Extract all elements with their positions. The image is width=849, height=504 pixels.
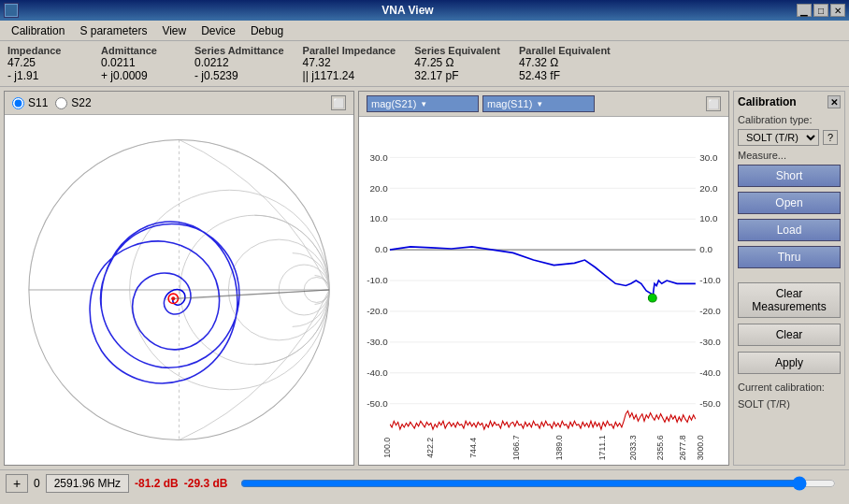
smith-header: S11 S22 ⬜ <box>5 92 353 115</box>
svg-rect-15 <box>359 132 728 450</box>
main-content: S11 S22 ⬜ <box>0 87 849 469</box>
svg-text:-30.0: -30.0 <box>367 337 388 347</box>
ser-eq-val1: 47.25 Ω <box>414 56 500 69</box>
ser-eq-label: Series Equivalent <box>414 45 500 56</box>
svg-text:2033.3: 2033.3 <box>628 435 638 460</box>
impedance-val1: 47.25 <box>7 56 82 69</box>
s-param-radio-group: S11 S22 <box>12 96 92 109</box>
admittance-val1: 0.0211 <box>101 56 176 69</box>
cal-title: Calibration <box>738 95 797 108</box>
impedance-val2: - j1.91 <box>7 69 82 82</box>
info-admittance: Admittance 0.0211 + j0.0009 <box>101 45 176 82</box>
cal-thru-button[interactable]: Thru <box>738 246 841 268</box>
menu-debug[interactable]: Debug <box>243 22 291 39</box>
add-button[interactable]: + <box>6 474 28 493</box>
graph-expand-button[interactable]: ⬜ <box>706 96 721 111</box>
series-adm-label: Series Admittance <box>194 45 284 56</box>
svg-text:-30.0: -30.0 <box>699 337 721 347</box>
menu-sparameters[interactable]: S parameters <box>72 22 154 39</box>
svg-text:10.0: 10.0 <box>370 213 389 223</box>
svg-text:-50.0: -50.0 <box>367 398 388 409</box>
par-eq-val1: 47.32 Ω <box>519 56 611 69</box>
cal-short-button[interactable]: Short <box>738 165 841 187</box>
cal-measure-label: Measure... <box>738 150 841 161</box>
admittance-val2: + j0.0009 <box>101 69 176 82</box>
svg-text:-20.0: -20.0 <box>367 306 388 316</box>
impedance-label: Impedance <box>7 45 82 56</box>
minimize-button[interactable]: ▁ <box>797 4 812 17</box>
frequency-button[interactable]: 2591.96 MHz <box>46 474 129 493</box>
cal-type-dropdown[interactable]: SOLT (T/R) <box>738 129 819 146</box>
info-impedance: Impedance 47.25 - j1.91 <box>7 45 82 82</box>
svg-text:30.0: 30.0 <box>699 152 718 163</box>
ser-eq-val2: 32.17 pF <box>414 69 500 82</box>
smith-expand-button[interactable]: ⬜ <box>331 95 346 110</box>
s11-radio-label[interactable]: S11 <box>12 96 48 109</box>
val2-display: -29.3 dB <box>184 477 228 490</box>
svg-text:20.0: 20.0 <box>699 183 718 194</box>
s21-dropdown[interactable]: mag(S21) ▼ <box>367 95 479 112</box>
s11-dropdown-arrow: ▼ <box>536 100 543 108</box>
graph-area: 30.0 20.0 10.0 0.0 -10.0 -20.0 -30.0 -40… <box>359 117 728 465</box>
svg-text:1711.1: 1711.1 <box>597 435 607 460</box>
menu-calibration[interactable]: Calibration <box>4 22 72 39</box>
svg-point-44 <box>648 294 656 302</box>
app-icon <box>4 3 19 18</box>
smith-chart-area <box>5 115 353 465</box>
graph-panel: mag(S21) ▼ mag(S11) ▼ ⬜ 30.0 20.0 10.0 0… <box>358 91 729 466</box>
clear-button[interactable]: Clear <box>738 324 841 346</box>
svg-text:-20.0: -20.0 <box>699 306 721 316</box>
maximize-button[interactable]: □ <box>813 4 828 17</box>
cal-close-button[interactable]: ✕ <box>827 95 841 108</box>
graph-svg: 30.0 20.0 10.0 0.0 -10.0 -20.0 -30.0 -40… <box>359 117 728 465</box>
s22-label: S22 <box>71 96 91 109</box>
menu-bar: Calibration S parameters View Device Deb… <box>0 21 849 41</box>
s11-radio[interactable] <box>12 97 24 109</box>
info-series-equiv: Series Equivalent 47.25 Ω 32.17 pF <box>414 45 500 82</box>
svg-text:100.0: 100.0 <box>382 438 392 458</box>
current-cal-label: Current calibration: <box>738 382 841 393</box>
svg-text:-40.0: -40.0 <box>367 367 388 378</box>
graph-header: mag(S21) ▼ mag(S11) ▼ ⬜ <box>359 92 728 117</box>
s21-dropdown-label: mag(S21) <box>371 98 416 109</box>
s22-radio-label[interactable]: S22 <box>55 96 91 109</box>
apply-button[interactable]: Apply <box>738 352 841 374</box>
series-adm-val2: - j0.5239 <box>194 69 284 82</box>
s11-dropdown[interactable]: mag(S11) ▼ <box>482 95 595 112</box>
info-bar: Impedance 47.25 - j1.91 Admittance 0.021… <box>0 41 849 87</box>
svg-text:0.0: 0.0 <box>375 244 388 254</box>
close-button[interactable]: ✕ <box>830 4 845 17</box>
current-cal-value: SOLT (T/R) <box>738 398 841 410</box>
svg-rect-0 <box>6 5 17 16</box>
status-bar: + 0 2591.96 MHz -81.2 dB -29.3 dB <box>0 469 849 496</box>
svg-text:10.0: 10.0 <box>699 213 718 223</box>
title-bar-left <box>4 3 19 18</box>
cal-help-button[interactable]: ? <box>823 130 838 145</box>
svg-text:-10.0: -10.0 <box>699 275 721 285</box>
s22-radio[interactable] <box>55 97 67 109</box>
svg-text:422.2: 422.2 <box>425 438 435 458</box>
status-zero: 0 <box>34 477 40 490</box>
svg-text:-10.0: -10.0 <box>367 275 388 285</box>
admittance-label: Admittance <box>101 45 176 56</box>
par-eq-val2: 52.43 fF <box>519 69 611 82</box>
menu-device[interactable]: Device <box>194 22 243 39</box>
s11-dropdown-label: mag(S11) <box>487 98 532 109</box>
svg-text:744.4: 744.4 <box>468 438 478 458</box>
par-eq-label: Parallel Equivalent <box>519 45 611 56</box>
info-parallel-equiv: Parallel Equivalent 47.32 Ω 52.43 fF <box>519 45 611 82</box>
smith-chart-svg <box>5 115 353 465</box>
svg-text:-50.0: -50.0 <box>699 398 721 409</box>
clear-measurements-button[interactable]: Clear Measurements <box>738 282 841 318</box>
svg-text:2677.8: 2677.8 <box>678 435 687 460</box>
status-slider-container <box>240 476 836 491</box>
svg-text:30.0: 30.0 <box>370 152 389 163</box>
calibration-panel: Calibration ✕ Calibration type: SOLT (T/… <box>733 91 845 466</box>
cal-type-label: Calibration type: <box>738 114 841 125</box>
frequency-slider[interactable] <box>240 476 836 491</box>
window-controls: ▁ □ ✕ <box>797 4 845 17</box>
cal-load-button[interactable]: Load <box>738 219 841 241</box>
s11-label: S11 <box>28 96 48 109</box>
cal-open-button[interactable]: Open <box>738 192 841 214</box>
menu-view[interactable]: View <box>154 22 194 39</box>
